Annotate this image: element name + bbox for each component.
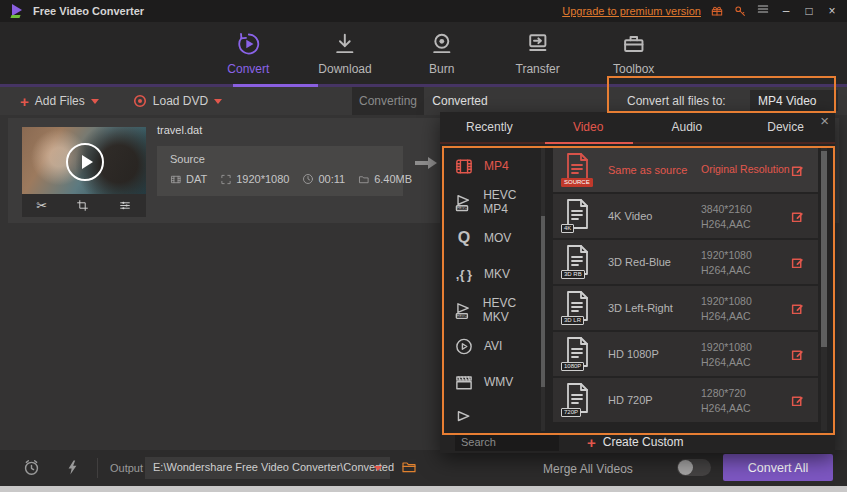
panel-tab-underline [440, 142, 835, 144]
preset-name: HD 1080P [608, 332, 659, 376]
open-folder-button[interactable] [400, 459, 418, 479]
preset-list-scrollbar[interactable] [821, 148, 827, 431]
chevron-down-icon[interactable] [214, 99, 222, 104]
merge-toggle[interactable] [677, 459, 711, 476]
schedule-icon[interactable] [22, 458, 41, 481]
format-item-mov[interactable]: Q MOV [444, 220, 542, 256]
tab-label: Toolbox [613, 62, 654, 76]
preset-file-icon: SOURCE [563, 153, 593, 187]
tab-recently[interactable]: Recently [440, 112, 539, 142]
search-input[interactable] [455, 433, 559, 451]
tab-audio[interactable]: Audio [638, 112, 737, 142]
panel-bottom-bar: + Create Custom [440, 431, 835, 453]
preset-file-icon: 720P [563, 383, 593, 417]
panel-tab-active-indicator [545, 142, 633, 144]
preset-specs: 3840*2160H264,AAC [701, 194, 752, 238]
load-dvd-button[interactable]: Load DVD [133, 94, 222, 108]
video-thumbnail[interactable]: ✂ [22, 127, 146, 217]
edit-preset-icon[interactable] [791, 209, 804, 227]
plus-icon: + [20, 94, 29, 109]
preset-name: 3D Red-Blue [608, 240, 671, 284]
preset-specs: 1920*1080H264,AAC [701, 240, 752, 284]
clock-icon [302, 173, 314, 185]
format-list-scrollbar[interactable] [541, 148, 545, 431]
load-dvd-label: Load DVD [153, 94, 208, 108]
download-icon [332, 31, 358, 57]
edit-preset-icon[interactable] [791, 255, 804, 273]
chevron-down-icon[interactable] [91, 99, 99, 104]
gift-icon[interactable] [710, 4, 724, 18]
add-files-button[interactable]: + Add Files [20, 94, 99, 109]
add-files-label: Add Files [35, 94, 85, 108]
output-format-panel: × Recently Video Audio Device MP4 HEVC H… [440, 112, 835, 453]
svg-text:HEVC: HEVC [457, 206, 467, 210]
hevc-mp4-icon: HEVC [454, 193, 473, 212]
maximize-button[interactable]: □ [802, 0, 816, 22]
preset-row-hd-1080p[interactable]: 1080P HD 1080P 1920*1080H264,AAC [553, 332, 818, 376]
mov-icon: Q [454, 230, 474, 246]
format-item-avi[interactable]: AVI [444, 328, 542, 364]
tab-converted[interactable]: Converted [424, 87, 496, 115]
trim-icon[interactable]: ✂ [36, 199, 47, 212]
edit-preset-icon[interactable] [791, 301, 804, 319]
high-speed-icon[interactable] [64, 458, 81, 481]
file-resolution: 1920*1080 [220, 173, 289, 185]
preset-row-hd-720p[interactable]: 720P HD 720P 1280*720H264,AAC [553, 378, 818, 422]
preset-file-icon: 1080P [563, 337, 593, 371]
tab-toolbox[interactable]: Toolbox [608, 31, 660, 76]
key-icon[interactable] [733, 4, 747, 18]
format-item-hevc-mkv[interactable]: HEVC HEVC MKV [444, 292, 542, 328]
file-size: 6.40MB [358, 173, 412, 185]
divider [97, 458, 98, 478]
preset-list: SOURCE Same as source Original Resolutio… [553, 148, 818, 431]
convert-format-dropdown[interactable]: MP4 Video [750, 90, 838, 111]
menu-icon[interactable] [756, 2, 770, 20]
edit-preset-icon[interactable] [791, 347, 804, 365]
scrollbar-thumb[interactable] [821, 151, 827, 347]
convert-icon [235, 31, 261, 57]
chevron-down-icon [374, 466, 382, 471]
toolbar: + Add Files Load DVD Converting Converte… [0, 87, 847, 115]
preset-row-4k-video[interactable]: 4K 4K Video 3840*2160H264,AAC [553, 194, 818, 238]
panel-tabs: Recently Video Audio Device [440, 112, 835, 142]
tab-transfer[interactable]: Transfer [512, 31, 564, 76]
tab-convert[interactable]: Convert [222, 31, 274, 76]
tab-converting[interactable]: Converting [352, 87, 424, 115]
play-overlay-button[interactable] [66, 143, 104, 181]
effects-icon[interactable] [118, 199, 132, 212]
create-custom-button[interactable]: + Create Custom [587, 435, 683, 450]
tab-download[interactable]: Download [318, 31, 371, 76]
edit-preset-icon[interactable] [791, 393, 804, 411]
format-item-partial[interactable] [444, 400, 542, 431]
upgrade-link[interactable]: Upgrade to premium version [562, 5, 701, 17]
format-icon [454, 409, 474, 428]
hevc-mkv-icon: HEVC [454, 301, 473, 320]
toggle-knob [678, 460, 693, 475]
panel-close-icon[interactable]: × [820, 112, 829, 129]
tab-label: Transfer [516, 62, 560, 76]
tab-video[interactable]: Video [539, 112, 638, 142]
preset-file-icon: 3D LR [563, 291, 593, 325]
convert-all-button[interactable]: Convert All [723, 454, 833, 481]
crop-icon[interactable] [76, 199, 89, 212]
preset-specs: Original Resolution [701, 148, 790, 192]
edit-preset-icon[interactable] [791, 163, 804, 181]
output-path-dropdown[interactable]: E:\Wondershare Free Video Converter\Conv… [145, 457, 390, 479]
file-duration: 00:11 [302, 173, 345, 185]
preset-row-same-as-source[interactable]: SOURCE Same as source Original Resolutio… [553, 148, 818, 192]
scrollbar-thumb[interactable] [541, 216, 545, 387]
tab-burn[interactable]: Burn [416, 31, 468, 76]
format-item-hevc-mp4[interactable]: HEVC HEVC MP4 [444, 184, 542, 220]
plus-icon: + [587, 435, 596, 450]
minimize-button[interactable]: – [779, 0, 793, 22]
format-item-mkv[interactable]: ,{ } MKV [444, 256, 542, 292]
preset-row-3d-red-blue[interactable]: 3D RB 3D Red-Blue 1920*1080H264,AAC [553, 240, 818, 284]
app-title: Free Video Converter [33, 5, 144, 17]
preset-name: 4K Video [608, 194, 652, 238]
format-item-mp4[interactable]: MP4 [444, 148, 542, 184]
close-button[interactable]: × [825, 0, 839, 22]
tab-label: Download [318, 62, 371, 76]
wmv-icon [454, 373, 474, 392]
preset-row-3d-left-right[interactable]: 3D LR 3D Left-Right 1920*1080H264,AAC [553, 286, 818, 330]
format-item-wmv[interactable]: WMV [444, 364, 542, 400]
